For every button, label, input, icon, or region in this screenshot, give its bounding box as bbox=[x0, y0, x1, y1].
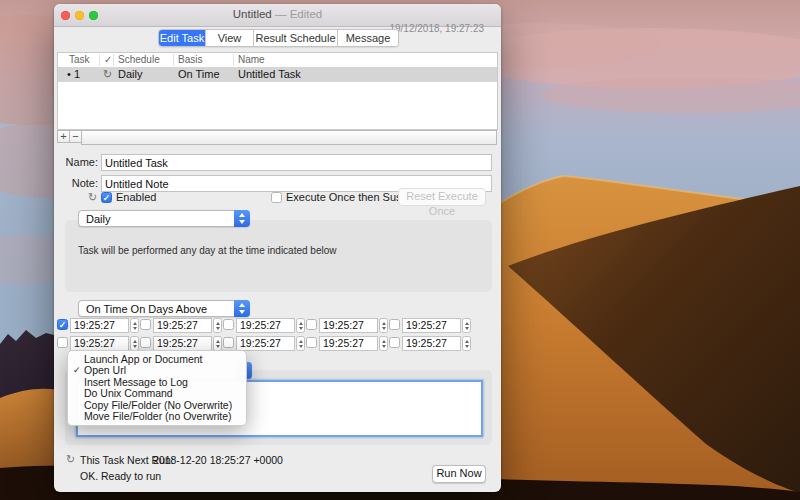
table-toolbar: + − bbox=[57, 130, 497, 145]
basis-popup[interactable]: On Time On Days Above bbox=[78, 300, 250, 317]
enabled-checkbox[interactable]: ✓ bbox=[101, 192, 112, 203]
time-checkbox[interactable] bbox=[140, 319, 151, 330]
schedule-description: Task will be performed any day at the ti… bbox=[78, 245, 336, 256]
name-label: Name: bbox=[54, 156, 98, 168]
time-field[interactable]: 19:25:27 bbox=[402, 336, 461, 351]
time-cell: 19:25:27 bbox=[306, 318, 388, 333]
menu-item-move-file[interactable]: Move File/Folder (no Overwrite) bbox=[68, 411, 246, 422]
task-row-selected[interactable]: • 1 ↻ Daily On Time Untitled Task bbox=[58, 68, 497, 82]
time-stepper[interactable] bbox=[213, 318, 222, 333]
column-basis: Basis bbox=[178, 54, 202, 65]
time-cell: 19:25:27 bbox=[57, 336, 139, 351]
time-checkbox[interactable] bbox=[223, 319, 234, 330]
time-field[interactable]: 19:25:27 bbox=[236, 318, 295, 333]
refresh-icon: ↻ bbox=[88, 191, 97, 204]
edited-indicator: — Edited bbox=[275, 8, 322, 20]
column-schedule: Schedule bbox=[118, 54, 160, 65]
time-stepper[interactable] bbox=[462, 318, 471, 333]
time-checkbox[interactable] bbox=[389, 337, 400, 348]
time-cell: 19:25:27 bbox=[140, 336, 222, 351]
schedule-panel: Task will be performed any day at the ti… bbox=[65, 220, 492, 292]
app-window: Untitled — Edited 19/12/2018, 19:27:23 E… bbox=[54, 4, 501, 492]
note-label: Note: bbox=[54, 177, 98, 189]
time-field[interactable]: 19:25:27 bbox=[402, 318, 461, 333]
repeat-icon: ↻ bbox=[103, 68, 112, 81]
task-table-header: Task ✓ Schedule Basis Name bbox=[58, 53, 497, 68]
run-now-button[interactable]: Run Now bbox=[432, 465, 486, 483]
time-cell: ✓ 19:25:27 bbox=[57, 318, 139, 333]
enabled-label: Enabled bbox=[116, 191, 156, 203]
time-checkbox[interactable] bbox=[140, 337, 151, 348]
popup-chevrons-icon bbox=[234, 210, 250, 227]
time-checkbox[interactable] bbox=[57, 337, 68, 348]
menu-check-icon: ✓ bbox=[73, 365, 81, 376]
time-stepper[interactable] bbox=[462, 336, 471, 351]
time-field[interactable]: 19:25:27 bbox=[319, 318, 378, 333]
time-cell: 19:25:27 bbox=[389, 318, 471, 333]
status-message: OK. Ready to run bbox=[80, 470, 161, 482]
time-stepper[interactable] bbox=[130, 336, 139, 351]
tab-bar: Edit Task View Task Result Schedule Mess… bbox=[158, 29, 399, 47]
time-cell: 19:25:27 bbox=[223, 336, 305, 351]
time-cell: 19:25:27 bbox=[223, 318, 305, 333]
next-run-value: 2018-12-20 18:25:27 +0000 bbox=[153, 454, 283, 466]
task-basis: On Time bbox=[178, 68, 220, 80]
desktop: Untitled — Edited 19/12/2018, 19:27:23 E… bbox=[0, 0, 800, 500]
time-checkbox[interactable] bbox=[306, 337, 317, 348]
execute-once-checkbox[interactable] bbox=[271, 192, 282, 203]
time-stepper[interactable] bbox=[213, 336, 222, 351]
popup-chevrons-icon bbox=[234, 300, 250, 317]
tab-edit-task[interactable]: Edit Task bbox=[159, 30, 206, 46]
current-datetime: 19/12/2018, 19:27:23 bbox=[389, 23, 484, 34]
schedule-popup[interactable]: Daily bbox=[78, 210, 250, 227]
window-title: Untitled — Edited bbox=[54, 8, 501, 20]
next-run-refresh-icon: ↻ bbox=[66, 453, 75, 466]
tab-message-log[interactable]: Message Log bbox=[338, 30, 398, 46]
time-field[interactable]: 19:25:27 bbox=[70, 318, 129, 333]
reset-execute-once-button[interactable]: Reset Execute Once bbox=[398, 188, 486, 206]
column-task: Task bbox=[69, 54, 90, 65]
time-stepper[interactable] bbox=[379, 318, 388, 333]
time-checkbox[interactable] bbox=[389, 319, 400, 330]
action-dropdown-menu: Launch App or Document ✓Open Url Insert … bbox=[67, 350, 247, 426]
time-checkbox[interactable] bbox=[306, 319, 317, 330]
time-field[interactable]: 19:25:27 bbox=[153, 318, 212, 333]
name-field[interactable] bbox=[101, 154, 492, 171]
column-name: Name bbox=[238, 54, 265, 65]
tab-view-task[interactable]: View Task bbox=[206, 30, 254, 46]
time-stepper[interactable] bbox=[379, 336, 388, 351]
time-stepper[interactable] bbox=[296, 318, 305, 333]
time-field[interactable]: 19:25:27 bbox=[70, 336, 129, 351]
time-stepper[interactable] bbox=[296, 336, 305, 351]
time-field[interactable]: 19:25:27 bbox=[236, 336, 295, 351]
time-field[interactable]: 19:25:27 bbox=[319, 336, 378, 351]
task-number: • 1 bbox=[67, 68, 80, 80]
time-checkbox[interactable] bbox=[223, 337, 234, 348]
column-check: ✓ bbox=[104, 54, 112, 65]
time-field[interactable]: 19:25:27 bbox=[153, 336, 212, 351]
task-table: Task ✓ Schedule Basis Name • 1 ↻ Daily O… bbox=[57, 52, 498, 130]
time-stepper[interactable] bbox=[130, 318, 139, 333]
time-cell: 19:25:27 bbox=[140, 318, 222, 333]
time-cell: 19:25:27 bbox=[389, 336, 471, 351]
time-checkbox[interactable]: ✓ bbox=[57, 319, 68, 330]
tab-result-schedule[interactable]: Result Schedule bbox=[254, 30, 338, 46]
task-name: Untitled Task bbox=[238, 68, 301, 80]
task-schedule: Daily bbox=[118, 68, 142, 80]
toolbar-filler bbox=[81, 130, 497, 145]
time-cell: 19:25:27 bbox=[306, 336, 388, 351]
